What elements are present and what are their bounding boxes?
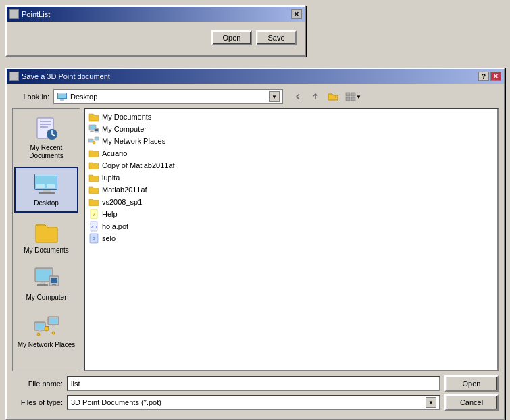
svg-rect-31 [36,323,44,329]
new-folder-button[interactable]: + [325,89,341,104]
file-item[interactable]: S selo [86,232,496,244]
svg-point-38 [37,333,40,336]
pointlist-body: Open Save [7,22,305,55]
svg-rect-26 [37,284,48,286]
file-item[interactable]: My Computer [86,123,496,135]
close-button[interactable]: ✕ [490,72,501,81]
recent-docs-icon [33,115,60,142]
svg-rect-21 [36,184,45,188]
file-name: Acuario [102,149,127,157]
folder-icon [88,148,99,159]
sidebar-item-recent[interactable]: My Recent Documents [14,111,78,165]
bottom-area: File name: Open Files of type: 3D Point … [12,375,499,411]
svg-rect-42 [91,130,93,132]
svg-rect-29 [52,284,56,285]
pointlist-titlebar: PointList ✕ [7,7,305,22]
file-item[interactable]: POT hola.pot [86,220,496,232]
file-name: Matlab2011af [102,186,147,194]
desktop-icon [57,91,68,102]
sidebar-item-desktop[interactable]: Desktop [14,167,78,213]
pointlist-close-button[interactable]: ✕ [291,9,302,19]
sidebar-item-mydocs[interactable]: My Documents [14,214,78,260]
network-file-icon [88,136,99,147]
lookin-row: Look in: Desktop ▼ [12,89,499,104]
open-button[interactable]: Open [444,375,499,392]
file-item[interactable]: vs2008_sp1 [86,196,496,208]
svg-rect-25 [40,282,45,284]
svg-rect-45 [95,129,98,131]
up-button[interactable] [307,89,324,104]
file-item[interactable]: My Documents [86,111,496,123]
svg-point-39 [52,332,55,334]
back-icon [292,91,303,102]
back-button[interactable] [290,89,306,104]
up-icon [310,91,321,102]
filetype-dropdown-arrow[interactable]: ▼ [426,397,436,408]
svg-point-37 [45,327,49,331]
svg-rect-10 [351,97,355,101]
filetype-row: Files of type: 3D Point Documents (*.pot… [12,394,499,411]
views-button[interactable]: ▼ [342,89,364,104]
file-name: My Computer [102,125,147,133]
svg-rect-18 [35,174,57,176]
svg-rect-28 [51,278,57,283]
lookin-dropdown[interactable]: Desktop ▼ [53,89,283,104]
filename-row: File name: Open [12,375,499,392]
filename-input[interactable] [67,376,440,391]
svg-rect-49 [95,138,99,140]
file-name: selo [102,234,116,242]
svg-rect-7 [346,93,350,96]
file-name: Copy of Matlab2011af [102,161,175,169]
svg-rect-4 [58,93,66,98]
sidebar-label-mycomp: My Computer [26,294,66,302]
sidebar-item-mycomp[interactable]: My Computer [14,261,78,307]
pointlist-title: PointList [22,10,50,18]
svg-rect-3 [59,101,66,101]
file-name: lupita [102,174,120,182]
svg-rect-35 [52,325,55,326]
file-item[interactable]: My Network Places [86,135,496,147]
file-item[interactable]: Acuario [86,147,496,159]
views-icon [345,91,356,102]
my-documents-file-icon [88,111,99,122]
folder-icon [88,196,99,207]
svg-text:POT: POT [91,225,97,229]
folder-icon [88,184,99,195]
file-item[interactable]: ? Help [86,208,496,220]
lookin-value: Desktop [70,93,266,101]
filetype-value: 3D Point Documents (*.pot) [71,398,423,406]
desktop-sidebar-icon [33,171,60,198]
file-item[interactable]: Copy of Matlab2011af [86,159,496,172]
lookin-label: Look in: [12,93,49,101]
save-dialog: Save a 3D Point document ? ✕ Look in: De… [5,68,505,420]
file-list[interactable]: My Documents My Computer [84,108,499,371]
new-folder-icon: + [328,91,338,102]
my-docs-icon [33,218,60,245]
network-places-icon [33,313,60,340]
file-name: Help [102,210,118,218]
svg-rect-9 [346,97,350,101]
filetype-dropdown[interactable]: 3D Point Documents (*.pot) ▼ [67,395,440,410]
lookin-dropdown-arrow[interactable]: ▼ [269,91,280,102]
main-area: My Recent Documents Desktop [12,108,499,371]
save-dialog-title-icon [9,72,19,81]
svg-rect-22 [47,184,55,188]
svg-rect-8 [351,93,355,96]
sidebar-item-network[interactable]: My Network Places [14,309,78,355]
svg-rect-13 [40,124,51,125]
pointlist-open-button[interactable]: Open [211,30,252,45]
file-item[interactable]: Matlab2011af [86,184,496,196]
svg-text:+: + [334,94,338,100]
sidebar: My Recent Documents Desktop [12,108,80,371]
file-name: hola.pot [102,222,128,230]
cancel-button[interactable]: Cancel [444,394,499,411]
pointlist-window: PointList ✕ Open Save [5,5,306,57]
file-item[interactable]: lupita [86,172,496,184]
svg-rect-5 [58,93,66,94]
svg-text:S: S [93,236,95,240]
toolbar-buttons: + ▼ [290,89,364,104]
pointlist-save-button[interactable]: Save [256,30,297,45]
help-button[interactable]: ? [478,72,489,81]
pot-file-icon: POT [88,221,99,232]
svg-rect-47 [89,140,93,142]
